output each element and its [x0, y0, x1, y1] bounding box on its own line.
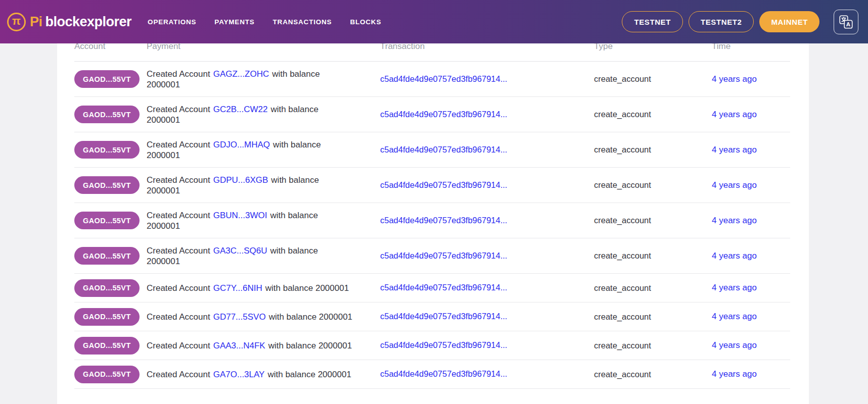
account-cell: GAOD...55VT	[74, 106, 147, 123]
table-row: GAOD...55VTCreated AccountGAA3...N4FKwit…	[74, 331, 790, 360]
transaction-cell: c5ad4fde4d9e0757ed3fb967914...	[380, 145, 594, 155]
transaction-cell: c5ad4fde4d9e0757ed3fb967914...	[380, 283, 594, 293]
account-cell: GAOD...55VT	[74, 176, 147, 194]
time-link[interactable]: 4 years ago	[712, 145, 757, 155]
time-link[interactable]: 4 years ago	[712, 312, 757, 321]
account-badge[interactable]: GAOD...55VT	[74, 337, 140, 355]
nav-operations[interactable]: OPERATIONS	[148, 18, 196, 26]
pi-logo-icon: π	[7, 13, 26, 31]
type-cell: create_account	[594, 251, 712, 261]
payment-prefix: Created Account	[147, 105, 210, 114]
translate-letter: A	[846, 21, 850, 27]
type-cell: create_account	[594, 216, 712, 225]
payment-suffix: with balance 2000001	[268, 341, 352, 350]
payment-suffix: with balance 2000001	[269, 312, 352, 322]
transaction-cell: c5ad4fde4d9e0757ed3fb967914...	[380, 340, 594, 350]
account-cell: GAOD...55VT	[74, 247, 147, 265]
time-link[interactable]: 4 years ago	[712, 340, 757, 350]
transaction-link[interactable]: c5ad4fde4d9e0757ed3fb967914...	[380, 110, 507, 119]
transaction-cell: c5ad4fde4d9e0757ed3fb967914...	[380, 251, 594, 261]
transaction-cell: c5ad4fde4d9e0757ed3fb967914...	[380, 312, 594, 322]
account-badge[interactable]: GAOD...55VT	[74, 279, 140, 297]
transaction-link[interactable]: c5ad4fde4d9e0757ed3fb967914...	[380, 74, 507, 83]
payment-prefix: Created Account	[147, 312, 210, 322]
payment-account-link[interactable]: GAGZ...ZOHC	[213, 69, 269, 79]
brand-logo[interactable]: π Pi blockexplorer	[7, 13, 131, 31]
table-body: GAOD...55VTCreated AccountGAGZ...ZOHCwit…	[74, 62, 790, 389]
account-badge[interactable]: GAOD...55VT	[74, 212, 140, 229]
transaction-link[interactable]: c5ad4fde4d9e0757ed3fb967914...	[380, 283, 507, 292]
payment-account-link[interactable]: GDJO...MHAQ	[213, 140, 270, 149]
top-navbar: π Pi blockexplorer OPERATIONS PAYMENTS T…	[0, 0, 868, 43]
table-row: GAOD...55VTCreated AccountGDJO...MHAQwit…	[74, 132, 790, 168]
time-link[interactable]: 4 years ago	[712, 180, 757, 190]
payment-account-link[interactable]: GD77...5SVO	[213, 312, 266, 322]
transaction-link[interactable]: c5ad4fde4d9e0757ed3fb967914...	[380, 251, 507, 260]
transaction-cell: c5ad4fde4d9e0757ed3fb967914...	[380, 216, 594, 226]
time-cell: 4 years ago	[712, 251, 790, 261]
payment-prefix: Created Account	[147, 246, 210, 256]
testnet2-button[interactable]: TESTNET2	[689, 11, 754, 32]
type-cell: create_account	[594, 283, 712, 293]
transaction-link[interactable]: c5ad4fde4d9e0757ed3fb967914...	[380, 180, 507, 189]
payment-suffix: with balance 2000001	[267, 370, 351, 379]
table-row: GAOD...55VTCreated AccountGC2B...CW22wit…	[74, 97, 790, 132]
translate-button[interactable]: A	[834, 10, 858, 34]
transaction-link[interactable]: c5ad4fde4d9e0757ed3fb967914...	[380, 145, 507, 154]
payment-cell: Created AccountGAGZ...ZOHCwith balance20…	[147, 69, 380, 90]
transaction-link[interactable]: c5ad4fde4d9e0757ed3fb967914...	[380, 369, 507, 378]
table-row: GAOD...55VTCreated AccountGDPU...6XGBwit…	[74, 168, 790, 203]
table-row: GAOD...55VTCreated AccountGC7Y...6NIHwit…	[74, 274, 790, 302]
payment-account-link[interactable]: GA3C...SQ6U	[213, 246, 267, 256]
transaction-link[interactable]: c5ad4fde4d9e0757ed3fb967914...	[380, 216, 507, 225]
payment-prefix: Created Account	[147, 140, 210, 149]
payment-account-link[interactable]: GC2B...CW22	[213, 105, 268, 114]
payment-cell: Created AccountGA7O...3LAYwith balance 2…	[147, 369, 380, 380]
main-nav: OPERATIONS PAYMENTS TRANSACTIONS BLOCKS	[148, 18, 381, 26]
time-link[interactable]: 4 years ago	[712, 216, 757, 225]
payment-account-link[interactable]: GC7Y...6NIH	[213, 283, 262, 293]
transaction-link[interactable]: c5ad4fde4d9e0757ed3fb967914...	[380, 340, 507, 349]
time-cell: 4 years ago	[712, 216, 790, 226]
transaction-link[interactable]: c5ad4fde4d9e0757ed3fb967914...	[380, 312, 507, 321]
payment-prefix: Created Account	[147, 370, 210, 379]
nav-payments[interactable]: PAYMENTS	[214, 18, 254, 26]
table-row: GAOD...55VTCreated AccountGAGZ...ZOHCwit…	[74, 62, 790, 97]
payment-cell: Created AccountGC2B...CW22with balance20…	[147, 104, 380, 125]
table-row: GAOD...55VTCreated AccountGA7O...3LAYwit…	[74, 360, 790, 389]
account-badge[interactable]: GAOD...55VT	[74, 70, 140, 88]
account-badge[interactable]: GAOD...55VT	[74, 247, 140, 265]
transaction-cell: c5ad4fde4d9e0757ed3fb967914...	[380, 110, 594, 120]
payment-cell: Created AccountGBUN...3WOIwith balance20…	[147, 210, 380, 231]
payment-account-link[interactable]: GAA3...N4FK	[213, 341, 265, 350]
type-cell: create_account	[594, 110, 712, 119]
time-cell: 4 years ago	[712, 340, 790, 350]
nav-transactions[interactable]: TRANSACTIONS	[273, 18, 332, 26]
type-cell: create_account	[594, 145, 712, 155]
nav-blocks[interactable]: BLOCKS	[350, 18, 381, 26]
time-link[interactable]: 4 years ago	[712, 283, 757, 292]
account-badge[interactable]: GAOD...55VT	[74, 366, 140, 383]
payment-prefix: Created Account	[147, 175, 210, 185]
time-link[interactable]: 4 years ago	[712, 251, 757, 261]
time-link[interactable]: 4 years ago	[712, 74, 757, 84]
testnet-button[interactable]: TESTNET	[622, 11, 683, 32]
mainnet-button[interactable]: MAINNET	[759, 11, 819, 32]
account-badge[interactable]: GAOD...55VT	[74, 308, 140, 326]
type-cell: create_account	[594, 74, 712, 84]
account-cell: GAOD...55VT	[74, 141, 147, 159]
account-badge[interactable]: GAOD...55VT	[74, 176, 140, 194]
payment-account-link[interactable]: GA7O...3LAY	[213, 370, 265, 379]
account-badge[interactable]: GAOD...55VT	[74, 106, 140, 123]
account-badge[interactable]: GAOD...55VT	[74, 141, 140, 159]
time-link[interactable]: 4 years ago	[712, 369, 757, 379]
payment-cell: Created AccountGD77...5SVOwith balance 2…	[147, 312, 380, 322]
payment-cell: Created AccountGA3C...SQ6Uwith balance20…	[147, 245, 380, 267]
time-cell: 4 years ago	[712, 283, 790, 293]
time-cell: 4 years ago	[712, 145, 790, 155]
table-header-row: Account Payment Transaction Type Time	[74, 40, 790, 62]
time-link[interactable]: 4 years ago	[712, 110, 757, 119]
payment-account-link[interactable]: GBUN...3WOI	[213, 211, 267, 220]
payment-account-link[interactable]: GDPU...6XGB	[213, 175, 268, 185]
time-cell: 4 years ago	[712, 110, 790, 120]
